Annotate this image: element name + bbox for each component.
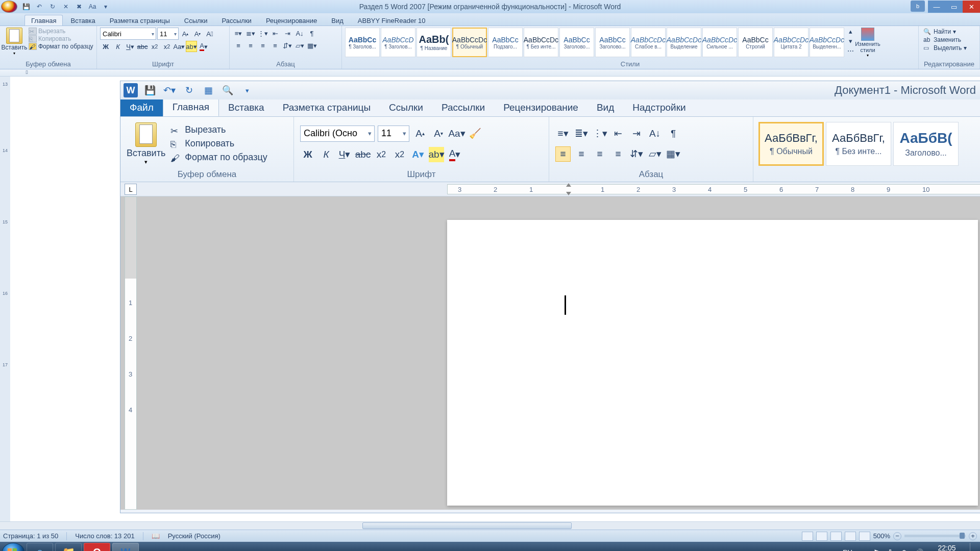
align-right-button[interactable]: ≡ [257,40,268,51]
tab-view[interactable]: Вид [325,15,350,26]
gallery-up-icon[interactable]: ▴ [846,27,854,36]
borders-button[interactable]: ▦▾ [306,40,317,51]
tab-pagelayout[interactable]: Разметка страницы [103,15,177,26]
tray-show-hidden-icon[interactable]: ▴ [857,547,867,551]
font-name-combo[interactable]: Calibri [100,28,156,40]
tray-volume-icon[interactable]: 🔊 [915,547,924,551]
zoom-in-button[interactable]: + [969,532,977,540]
line-spacing-button[interactable]: ⇵▾ [282,40,293,51]
addon-button[interactable]: b [911,1,925,12]
font-size-combo[interactable]: 11 [157,28,179,40]
style-option[interactable]: AaBbCcDcСлабое в... [631,28,666,57]
qat-x-icon[interactable]: ✖ [74,2,85,12]
zoom-slider[interactable] [904,535,966,537]
highlight-button[interactable]: ab▾ [186,41,197,52]
qat-close-icon[interactable]: ✕ [60,2,71,12]
style-option[interactable]: AaBbCcDcСильное ... [702,28,737,57]
show-marks-button[interactable]: ¶ [306,28,317,39]
subscript-button[interactable]: x2 [149,41,160,52]
style-option[interactable]: AaBbCcСтрогий [738,28,773,57]
justify-button[interactable]: ≡ [270,40,281,51]
clear-format-icon[interactable]: A⃠ [204,28,215,39]
style-option[interactable]: AaBbCcDcВыделенн... [810,28,844,57]
cut-button[interactable]: ✂Вырезать [28,28,94,35]
format-painter-button[interactable]: 🖌Формат по образцу [28,43,94,50]
status-words[interactable]: Число слов: 13 201 [75,532,134,540]
qat-more-icon[interactable]: ▾ [100,2,111,12]
change-styles-button[interactable]: Изменить стили ▾ [855,27,880,59]
status-spellcheck-icon[interactable]: 📖 [152,532,160,540]
style-option[interactable]: AaBbCcПодзаго... [488,28,523,57]
tray-sync-icon[interactable]: ⟳ [900,547,910,551]
numbering-button[interactable]: ≣▾ [245,28,256,39]
tray-network-icon[interactable]: 🖧 [886,547,895,551]
tray-language[interactable]: RU [843,548,852,552]
zoom-out-button[interactable]: − [893,532,901,540]
zoom-value[interactable]: 500% [873,532,890,540]
taskbar-opera-icon[interactable]: O [84,543,110,551]
taskbar-word-icon[interactable]: W [112,543,139,551]
tab-abbyy[interactable]: ABBYY FineReader 10 [351,15,432,26]
paste-button[interactable]: Вставить ▾ [2,27,27,57]
taskbar-explorer-icon[interactable]: 📁 [55,543,82,551]
change-case-button[interactable]: Aa▾ [174,41,185,52]
shading-button[interactable]: ▱▾ [294,40,305,51]
qat-font-icon[interactable]: Aa [87,2,98,12]
italic-button[interactable]: К [112,41,124,52]
view-fullscreen[interactable] [816,532,827,541]
style-option[interactable]: AaBbCcDcВыделение [667,28,701,57]
qat-undo-icon[interactable]: ↶ [34,2,45,12]
style-option[interactable]: AaBb(¶ Название [416,28,451,57]
gallery-down-icon[interactable]: ▾ [846,36,854,45]
increase-indent-button[interactable]: ⇥ [282,28,293,39]
scrollbar-thumb[interactable] [362,522,572,529]
align-left-button[interactable]: ≡ [233,40,244,51]
tab-references[interactable]: Ссылки [178,15,214,26]
tab-home[interactable]: Главная [24,15,63,26]
minimize-button[interactable]: — [928,1,945,13]
multilevel-button[interactable]: ⋮▾ [257,28,268,39]
strike-button[interactable]: abc [137,41,148,52]
bullets-button[interactable]: ≡▾ [233,28,244,39]
grow-font-icon[interactable]: A▴ [180,28,191,39]
style-option[interactable]: AaBbCcЗаголово... [595,28,630,57]
view-web[interactable] [830,532,842,541]
view-outline[interactable] [845,532,856,541]
status-language[interactable]: Русский (Россия) [168,532,220,540]
gallery-more-icon[interactable]: ⋯ [846,46,854,55]
horizontal-scrollbar[interactable] [0,521,980,530]
find-button[interactable]: 🔍Найти ▾ [923,28,967,36]
show-desktop-button[interactable] [970,543,975,551]
shrink-font-icon[interactable]: A▾ [192,28,203,39]
tray-clock[interactable]: 22:05 25.11.2012 [929,544,965,551]
superscript-button[interactable]: x2 [161,41,173,52]
underline-button[interactable]: Ч▾ [125,41,136,52]
outer-horizontal-ruler[interactable]: ▯ [0,69,980,77]
view-print-layout[interactable] [802,532,813,541]
office-button[interactable] [1,1,17,13]
bold-button[interactable]: Ж [100,41,111,52]
decrease-indent-button[interactable]: ⇤ [270,28,281,39]
taskbar-ie-icon[interactable]: e [27,543,53,551]
style-option[interactable]: AaBbCcDcЦитата 2 [774,28,808,57]
outer-vertical-ruler[interactable]: 1314151617 [0,77,10,521]
qat-save-icon[interactable]: 💾 [20,2,32,12]
align-center-button[interactable]: ≡ [245,40,256,51]
tab-review[interactable]: Рецензирование [259,15,324,26]
style-option[interactable]: AaBbCcD¶ Заголов... [381,28,415,57]
maximize-button[interactable]: ▭ [945,1,963,13]
tab-mailings[interactable]: Рассылки [215,15,258,26]
status-page[interactable]: Страница: 1 из 50 [3,532,58,540]
style-option[interactable]: AaBbCc¶ Заголов... [345,28,380,57]
replace-button[interactable]: abЗаменить [923,36,967,44]
select-button[interactable]: ▭Выделить ▾ [923,44,967,52]
view-draft[interactable] [859,532,870,541]
qat-redo-icon[interactable]: ↻ [47,2,58,12]
start-button[interactable] [2,543,24,551]
close-button[interactable]: ✕ [963,1,980,13]
tab-insert[interactable]: Вставка [64,15,102,26]
font-color-button[interactable]: A▾ [198,41,209,52]
style-option[interactable]: AaBbCcDc¶ Обычный [452,28,487,57]
style-option[interactable]: AaBbCcDc¶ Без инте... [524,28,558,57]
tray-flag-icon[interactable]: ⚑ [872,547,881,551]
